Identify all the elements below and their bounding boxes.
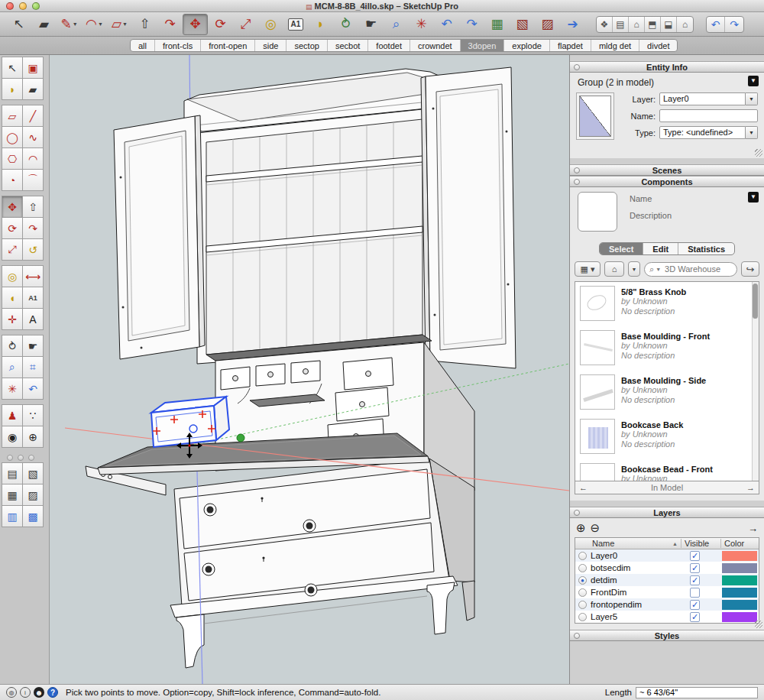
section-display-icon[interactable]: ▩: [22, 505, 44, 527]
offset-tool-icon[interactable]: ↺: [22, 238, 44, 261]
select-tool-icon[interactable]: ↖: [6, 14, 31, 35]
navigate-forward-button[interactable]: ↪: [741, 261, 759, 277]
eraser-tool-icon[interactable]: ▰: [31, 14, 57, 35]
pan-tool-icon[interactable]: ☛: [358, 14, 384, 35]
layer-row[interactable]: Layer5 ✓: [575, 611, 759, 623]
visible-checkbox[interactable]: ✓: [690, 575, 700, 585]
zoom-extents-tool-icon[interactable]: ✳: [2, 378, 23, 400]
eraser-tool-icon[interactable]: ▰: [22, 78, 44, 100]
zoom-extents-tool-icon[interactable]: ✳: [409, 14, 434, 35]
layer-color-swatch[interactable]: [722, 575, 757, 585]
list-item[interactable]: 5/8" Brass Knob by Unknown No descriptio…: [575, 282, 759, 326]
polygon-tool-icon[interactable]: ⎔: [2, 147, 23, 170]
orbit-tool-icon[interactable]: ⥁: [333, 14, 358, 35]
scene-tab-side[interactable]: side: [255, 40, 286, 51]
close-icon[interactable]: [574, 510, 580, 516]
layer-row[interactable]: botsecdim ✓: [575, 562, 759, 574]
visible-checkbox[interactable]: ✓: [690, 600, 700, 610]
visible-checkbox[interactable]: ✓: [690, 612, 700, 622]
scene-tab-flapdet[interactable]: flapdet: [550, 40, 591, 51]
zoom-tool-icon[interactable]: ⌕: [384, 14, 409, 35]
active-layer-radio[interactable]: [578, 588, 587, 597]
section-cuts-tool-icon[interactable]: ▨: [535, 14, 560, 35]
layer-color-swatch[interactable]: [722, 563, 757, 573]
model-viewport[interactable]: [50, 55, 569, 684]
tab-edit[interactable]: Edit: [643, 243, 678, 254]
view-back-icon[interactable]: ⬓: [661, 17, 677, 32]
scene-tab-mldg-det[interactable]: mldg det: [591, 40, 639, 51]
section-display-icon[interactable]: ▦: [2, 484, 23, 506]
sort-by-name-header[interactable]: Name▲: [575, 539, 681, 548]
line-tool-icon[interactable]: ╱: [22, 105, 44, 127]
add-layer-button[interactable]: ⊕: [576, 521, 586, 535]
pie-tool-icon[interactable]: ◔: [2, 169, 23, 191]
close-icon[interactable]: [574, 179, 580, 185]
paint-bucket-tool-icon[interactable]: ◗: [308, 14, 333, 35]
rotate-tool-icon[interactable]: ⟳: [2, 217, 23, 239]
view-iso-icon[interactable]: ❖: [597, 17, 613, 32]
geolocation-icon[interactable]: ◍: [6, 687, 17, 698]
chevron-down-icon[interactable]: ▼: [628, 261, 640, 277]
resize-grip[interactable]: [755, 621, 762, 628]
circle-tool-icon[interactable]: ◯: [2, 126, 23, 148]
search-field[interactable]: ⌕ ▼: [644, 262, 737, 277]
layer-select[interactable]: Layer0 ▼: [659, 92, 758, 105]
credits-icon[interactable]: i: [20, 687, 31, 698]
scale-tool-icon[interactable]: ⤢: [233, 14, 258, 35]
name-field[interactable]: [659, 109, 758, 122]
layer-row[interactable]: Layer0 ✓: [575, 549, 759, 562]
active-layer-radio[interactable]: ●: [578, 576, 587, 585]
scale-tool-icon[interactable]: ⤢: [2, 238, 23, 261]
layer-row[interactable]: FrontDim: [575, 586, 759, 598]
details-toggle-icon[interactable]: ▼: [748, 192, 759, 203]
dimension-tool-icon[interactable]: A1: [288, 18, 303, 31]
freehand-tool-icon[interactable]: ∿: [22, 126, 44, 148]
list-item[interactable]: Base Moulding - Side by Unknown No descr…: [575, 371, 759, 415]
minimize-window-button[interactable]: [19, 2, 27, 10]
zoom-tool-icon[interactable]: ⌕: [2, 356, 23, 378]
axes-tool-icon[interactable]: ✛: [2, 308, 23, 330]
scrollbar[interactable]: [752, 282, 759, 481]
visible-checkbox[interactable]: ✓: [690, 551, 700, 561]
list-item[interactable]: Base Moulding - Front by Unknown No desc…: [575, 326, 759, 371]
entity-info-header[interactable]: Entity Info: [570, 61, 764, 73]
scene-tab-3dopen[interactable]: 3dopen: [461, 40, 505, 51]
scene-tab-divdet[interactable]: divdet: [639, 40, 677, 51]
styles-header[interactable]: Styles: [570, 630, 764, 641]
layer-row[interactable]: ● detdim ✓: [575, 574, 759, 586]
close-icon[interactable]: [574, 64, 580, 70]
view-right-icon[interactable]: ⬒: [645, 17, 661, 32]
close-window-button[interactable]: [6, 2, 14, 10]
scene-tab-all[interactable]: all: [131, 40, 155, 51]
active-layer-radio[interactable]: [578, 613, 587, 621]
tape-measure-tool-icon[interactable]: ◎: [2, 265, 23, 287]
section-plane-tool-icon[interactable]: ▧: [510, 14, 535, 35]
send-to-layout-icon[interactable]: ➔: [560, 14, 585, 35]
push-pull-tool-icon[interactable]: ⇧: [22, 196, 44, 218]
sign-in-icon[interactable]: ☻: [34, 687, 44, 698]
forward-arrow-icon[interactable]: →: [746, 483, 755, 492]
active-layer-radio[interactable]: [578, 564, 587, 572]
next-view-tool-icon[interactable]: ↷: [459, 14, 484, 35]
scene-tab-crowndet[interactable]: crowndet: [410, 40, 461, 51]
visible-checkbox[interactable]: [690, 588, 700, 598]
rectangle-tool-icon[interactable]: ▱▼: [107, 14, 132, 35]
close-icon[interactable]: [574, 633, 580, 639]
scenes-header[interactable]: Scenes: [570, 164, 764, 176]
scene-tab-sectop[interactable]: sectop: [286, 40, 327, 51]
arc2-tool-icon[interactable]: ⌒: [22, 169, 44, 191]
chevron-down-icon[interactable]: ▼: [656, 267, 661, 272]
search-input[interactable]: [665, 264, 732, 274]
add-location-tool-icon[interactable]: ▦: [484, 14, 510, 35]
push-pull-tool-icon[interactable]: ⇧: [132, 14, 157, 35]
type-select[interactable]: Type: <undefined> ▼: [659, 126, 758, 139]
section-display-icon[interactable]: ▨: [22, 484, 44, 506]
previous-view-tool-icon[interactable]: ↶: [434, 14, 459, 35]
rectangle-tool-icon[interactable]: ▱: [2, 105, 23, 127]
tab-select[interactable]: Select: [600, 243, 643, 254]
remove-layer-button[interactable]: ⊖: [591, 521, 601, 535]
layer-color-swatch[interactable]: [722, 588, 757, 598]
make-component-icon[interactable]: ▣: [22, 57, 44, 79]
walk-tool-icon[interactable]: ∵: [22, 404, 44, 426]
layer-color-swatch[interactable]: [722, 612, 757, 622]
